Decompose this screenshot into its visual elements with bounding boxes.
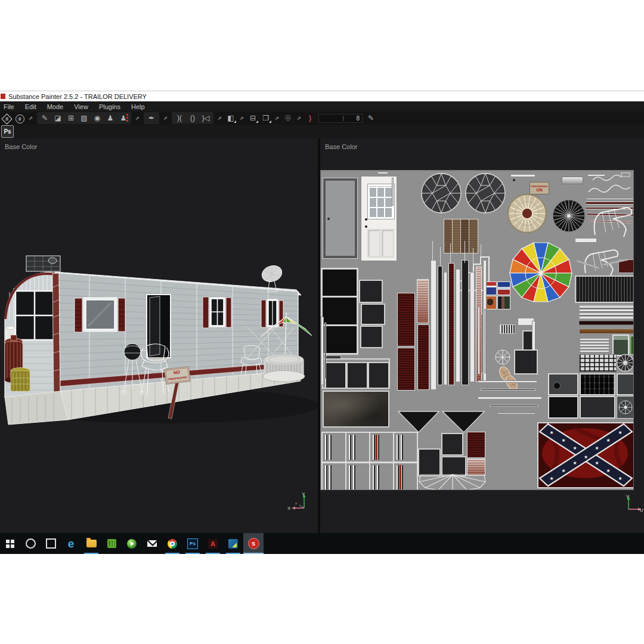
smudge-tool-icon[interactable]: ◉ <box>91 112 103 124</box>
uv-texture-sheet[interactable]: NOTRESPASSING <box>320 170 634 490</box>
paint-tools-group: ✎ ◪ ⊞ ▧ ◉ ♟ ♟ <box>37 112 131 124</box>
uv-island-posters <box>484 281 510 309</box>
app-icon <box>1 94 5 99</box>
perspective-cube-icon[interactable]: ❒ <box>260 112 272 124</box>
export-icon[interactable]: ⇗ <box>216 112 224 124</box>
uv-island-flag-texture: ★★★ ★★★ ★★★ ★★★ ★ <box>537 422 634 488</box>
clone-tool-icon[interactable]: ♟ <box>104 112 116 124</box>
viewport-2d-uv[interactable]: Base Color <box>320 138 644 533</box>
mail-icon <box>147 540 157 547</box>
taskbar-item-photoshop[interactable]: Ps <box>182 533 203 554</box>
viewport-3d-channel-label: Base Color <box>5 143 37 150</box>
uv-island-black-radial-wheel <box>552 199 586 233</box>
taskbar-item-cortana[interactable] <box>20 533 41 554</box>
side-window-b <box>203 297 231 328</box>
taskbar-item-3ds-max[interactable] <box>223 533 243 554</box>
viewport-area: Base Color <box>0 138 644 533</box>
camera-icon[interactable]: ☉ <box>282 112 294 124</box>
uv-island-cell <box>369 432 394 463</box>
export-icon[interactable]: ⇗ <box>273 112 281 124</box>
taskbar-item-mail[interactable] <box>142 533 162 554</box>
svg-text:Y: Y <box>302 491 305 497</box>
taskbar-item-chrome[interactable] <box>162 533 182 554</box>
taskbar-item-substance-painter[interactable]: S <box>243 533 264 554</box>
green-app-icon <box>127 539 137 549</box>
brush-tool-icon[interactable]: ✎ <box>39 112 51 124</box>
taskbar-item-gpu-utility[interactable] <box>101 533 122 554</box>
display-settings-icon[interactable]: ◧ <box>225 112 237 124</box>
uv-island-dark-pane <box>359 280 383 303</box>
projection-tool-icon[interactable]: ⊞ <box>65 112 77 124</box>
photoshop-plugin-button[interactable]: Ps <box>1 125 14 138</box>
axis-gizmo-uv: V U <box>624 494 644 513</box>
symmetry-y-icon[interactable]: )◁ <box>200 112 212 124</box>
polygon-fill-tool-icon[interactable]: ▧ <box>78 112 90 124</box>
substance-source-icon[interactable]: S <box>14 112 26 124</box>
plugin-dock: Ps <box>0 125 644 138</box>
taskbar-item-edge[interactable]: e <box>61 533 81 554</box>
taskbar-item-file-explorer[interactable] <box>81 533 101 554</box>
uv-island-strip <box>324 323 326 379</box>
symmetry-icon[interactable]: )( <box>174 112 185 124</box>
svg-text:NO: NO <box>173 369 180 375</box>
3ds-max-icon <box>228 539 238 549</box>
rooftop-ac-unit <box>26 256 60 271</box>
symmetry-group: )( () )◁ <box>172 112 213 124</box>
uv-island-umbrella-fan <box>506 237 575 303</box>
title-bar[interactable]: Substance Painter 2.5.2 - TRAILOR DELIVE… <box>0 91 644 101</box>
start-button[interactable] <box>0 533 20 554</box>
clone-source-tool-icon[interactable]: ♟ <box>117 112 129 124</box>
taskbar-item-green-app[interactable] <box>122 533 142 554</box>
uv-island-strip <box>462 260 469 385</box>
uv-island-antenna-lines <box>450 243 451 263</box>
menu-item-help[interactable]: Help <box>126 103 150 111</box>
photoshop-icon: Ps <box>187 538 198 549</box>
menu-item-edit[interactable]: Edit <box>20 103 42 111</box>
svg-text:★: ★ <box>549 430 553 435</box>
export-icon[interactable]: ⇗ <box>27 112 35 124</box>
toolbar: S S ⇗ ✎ ◪ ⊞ ▧ ◉ ♟ ♟ ⇗ ✒ ⇗ )( () )◁ ⇗ <box>0 112 644 125</box>
menu-item-plugins[interactable]: Plugins <box>94 103 126 111</box>
uv-island-umbrella-octagon <box>397 410 487 434</box>
uv-island-strip <box>392 178 394 206</box>
symmetry-x-icon[interactable]: () <box>187 112 199 124</box>
svg-text:X: X <box>287 506 291 511</box>
door-window-grid <box>368 184 394 219</box>
edit-pencil-icon[interactable]: ✎ <box>365 112 377 124</box>
uv-island-cell <box>345 462 370 490</box>
svg-text:★: ★ <box>606 438 610 443</box>
export-icon[interactable]: ⇗ <box>238 112 246 124</box>
taskbar-item-acrobat[interactable]: A <box>203 533 223 554</box>
projector-view-icon[interactable]: ⊟ <box>247 112 259 124</box>
gpu-utility-icon <box>107 539 116 548</box>
export-icon[interactable]: ⇗ <box>134 112 141 124</box>
uv-island-strip <box>478 397 542 400</box>
uv-island-dark-pane <box>441 433 463 456</box>
uv-island-black-panel <box>548 396 578 419</box>
menu-item-mode[interactable]: Mode <box>42 103 69 111</box>
uv-island-strip <box>377 172 388 174</box>
menu-item-view[interactable]: View <box>69 103 94 111</box>
uv-island-strip <box>431 260 436 390</box>
export-icon[interactable]: ⇗ <box>295 112 303 124</box>
uv-island-vent-panel <box>580 373 615 395</box>
svg-text:★: ★ <box>584 454 588 460</box>
uv-island-dot <box>513 179 515 181</box>
menu-item-file[interactable]: File <box>0 103 20 111</box>
uv-island-white-strips <box>580 338 609 352</box>
quick-mask-icon[interactable]: ) <box>304 112 316 124</box>
material-picker-icon[interactable]: ✒ <box>145 112 157 124</box>
uv-island-strip <box>497 413 535 414</box>
uv-island-shutter <box>397 293 415 346</box>
uv-island-antenna-lines <box>473 248 473 266</box>
brush-size-field[interactable]: 8 <box>318 114 363 123</box>
export-icon[interactable]: ⇗ <box>162 112 169 124</box>
uv-island-corrugated-panel <box>575 275 634 303</box>
taskbar-item-task-view[interactable] <box>41 533 61 554</box>
eraser-tool-icon[interactable]: ◪ <box>52 112 64 124</box>
uv-island-antenna-lines <box>465 241 465 263</box>
svg-text:★: ★ <box>549 476 553 481</box>
viewport-3d[interactable]: Base Color <box>0 138 318 533</box>
svg-text:★: ★ <box>618 476 622 481</box>
slider-handle[interactable] <box>343 116 343 121</box>
